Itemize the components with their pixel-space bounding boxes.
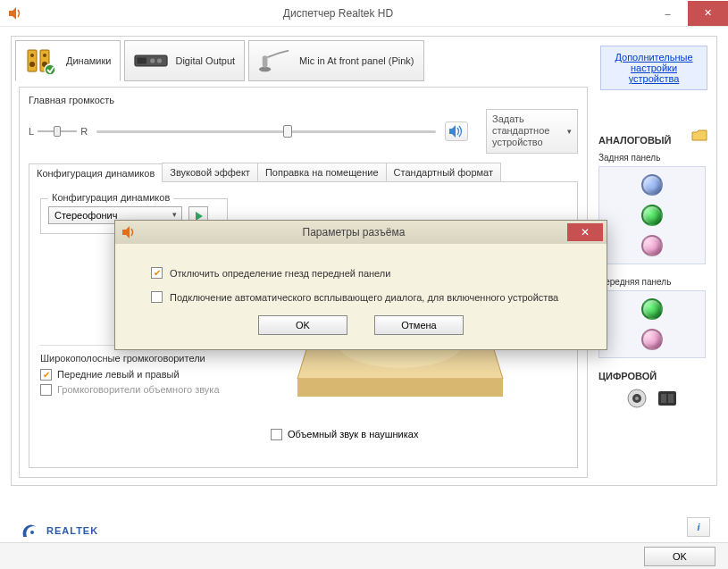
wideband-surround-label: Громкоговорители объемного звука [57,384,220,395]
app-icon [7,6,21,21]
device-tab-mic[interactable]: Mic in At front panel (Pink) [248,40,423,81]
svg-rect-0 [28,50,37,71]
wideband-section: Широкополосные громкоговорители ✔ Передн… [40,345,237,396]
analog-title: АНАЛОГОВЫЙ [598,135,706,146]
balance-right-label: R [80,126,88,137]
disable-front-detection-checkbox-row[interactable]: ✔ Отключить определение гнезд передней п… [151,267,589,279]
device-tab-speakers[interactable]: Динамики [15,40,121,81]
close-button[interactable]: ✕ [688,1,728,26]
subtab-sound-effects[interactable]: Звуковой эффект [162,163,258,181]
window-title: Диспетчер Realtek HD [29,7,648,20]
checkbox-checked-icon: ✔ [40,369,52,381]
checkbox-icon [40,384,52,396]
connector-settings-dialog: Параметры разъёма ✕ ✔ Отключить определе… [114,220,607,350]
realtek-logo-icon [20,521,41,540]
speaker-icon [121,225,135,239]
dialog-body: ✔ Отключить определение гнезд передней п… [115,244,607,349]
jack-rear-pink[interactable] [641,235,663,256]
checkbox-checked-icon: ✔ [151,267,163,279]
chevron-down-icon: ▾ [567,127,572,136]
balance-slider[interactable] [38,123,77,139]
svg-point-2 [30,54,34,57]
volume-slider[interactable] [96,123,436,139]
jack-rear-green[interactable] [641,205,663,226]
auto-popup-checkbox-row[interactable]: Подключение автоматического всплывающего… [151,291,589,303]
svg-point-24 [635,397,639,400]
dialog-titlebar: Параметры разъёма ✕ [115,221,607,244]
config-subtabs: Конфигурация динамиков Звуковой эффект П… [29,163,578,182]
auto-popup-label: Подключение автоматического всплывающего… [170,292,558,303]
front-panel-label: Передняя панель [598,277,706,287]
set-default-device-button[interactable]: Задать стандартное устройство ▾ [486,109,578,154]
svg-marker-14 [297,379,503,397]
dialog-close-button[interactable]: ✕ [567,223,603,241]
jack-front-pink[interactable] [641,329,663,350]
surround-headphones-checkbox-row[interactable]: Объемный звук в наушниках [271,429,418,440]
mute-button[interactable] [445,121,468,141]
bottom-bar: OK [0,542,728,569]
device-tab-label: Mic in At front panel (Pink) [299,55,414,66]
speakers-icon [25,46,59,76]
wideband-front-checkbox-row[interactable]: ✔ Передние левый и правый [40,369,237,381]
device-tab-digital[interactable]: Digital Output [124,40,245,81]
mic-icon [258,46,292,76]
subtab-speaker-config[interactable]: Конфигурация динамиков [29,163,163,182]
surround-headphones-label: Объемный звук в наушниках [288,429,418,439]
speaker-config-legend: Конфигурация динамиков [48,192,173,203]
digital-jacks [598,389,706,408]
balance-slider-group: L R [29,123,88,139]
realtek-brand-text: REALTEK [46,525,98,536]
info-button[interactable]: i [687,517,710,537]
checkbox-icon [271,429,282,440]
svg-point-4 [43,54,46,57]
jack-front-green[interactable] [641,298,663,320]
window-controls: – ✕ [648,1,728,26]
svg-rect-8 [138,58,146,64]
front-jacks [598,290,706,358]
rear-panel-label: Задняя панель [598,153,706,163]
subtab-default-format[interactable]: Стандартный формат [386,163,501,181]
balance-left-label: L [29,126,34,137]
analog-title-text: АНАЛОГОВЫЙ [598,135,672,146]
svg-point-10 [157,58,162,63]
digital-coax-icon[interactable] [625,389,649,408]
digital-optical-icon[interactable] [656,389,679,408]
svg-rect-12 [263,55,268,67]
main-ok-button[interactable]: OK [644,547,715,566]
dialog-cancel-button[interactable]: Отмена [374,315,464,335]
wideband-front-label: Передние левый и правый [57,369,180,380]
wideband-surround-checkbox-row: Громкоговорители объемного звука [40,384,237,396]
svg-rect-27 [668,394,674,403]
advanced-settings-link[interactable]: Дополнительные настройки устройства [615,52,692,84]
realtek-brand: REALTEK [20,521,98,540]
disable-front-detection-label: Отключить определение гнезд передней пан… [170,268,390,279]
svg-point-9 [151,58,155,63]
dialog-title: Параметры разъёма [140,226,567,238]
window-titlebar: Диспетчер Realtek HD – ✕ [0,0,728,27]
advanced-settings-link-box: Дополнительные настройки устройства [600,46,707,90]
folder-icon[interactable] [691,130,707,144]
main-volume-label: Главная громкость [29,95,578,105]
digital-title: ЦИФРОВОЙ [598,371,706,381]
device-tab-label: Динамики [66,55,111,66]
dialog-ok-button[interactable]: OK [258,315,347,335]
jack-rear-blue[interactable] [641,174,663,196]
digital-output-icon [134,46,168,76]
rear-jacks [598,166,706,264]
checkbox-icon [151,291,163,303]
svg-point-28 [30,531,34,534]
svg-rect-26 [661,394,666,403]
device-tab-label: Digital Output [175,55,235,66]
wideband-title: Широкополосные громкоговорители [40,353,237,364]
jacks-panel: АНАЛОГОВЫЙ Задняя панель Передняя панель… [598,135,706,408]
minimize-button[interactable]: – [648,1,688,26]
subtab-room-correction[interactable]: Поправка на помещение [257,163,387,181]
footer: REALTEK i OK [0,514,728,569]
set-default-label: Задать стандартное устройство [492,113,564,149]
svg-point-3 [29,62,35,67]
